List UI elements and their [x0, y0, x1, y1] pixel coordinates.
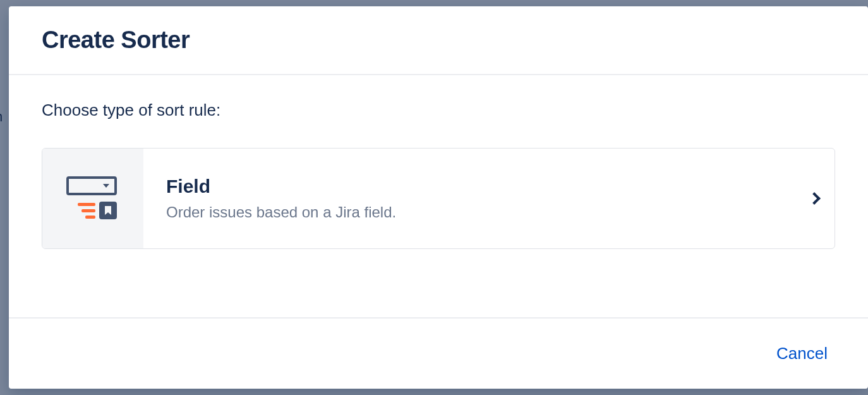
sort-rule-prompt: Choose type of sort rule:	[42, 100, 835, 120]
field-option-description: Order issues based on a Jira field.	[166, 204, 771, 221]
modal-title: Create Sorter	[42, 27, 835, 54]
sort-option-field[interactable]: Field Order issues based on a Jira field…	[42, 148, 835, 249]
cancel-button[interactable]: Cancel	[769, 339, 835, 368]
modal-header: Create Sorter	[9, 6, 868, 75]
create-sorter-modal: Create Sorter Choose type of sort rule:	[9, 6, 868, 389]
chevron-right-icon	[794, 149, 835, 248]
field-option-title: Field	[166, 176, 771, 197]
modal-body: Choose type of sort rule: Field Orde	[9, 75, 868, 317]
field-option-text: Field Order issues based on a Jira field…	[143, 149, 794, 248]
background-text: n	[0, 109, 3, 125]
modal-footer: Cancel	[9, 317, 868, 389]
field-sort-icon	[66, 176, 119, 221]
field-option-icon-box	[42, 149, 143, 248]
